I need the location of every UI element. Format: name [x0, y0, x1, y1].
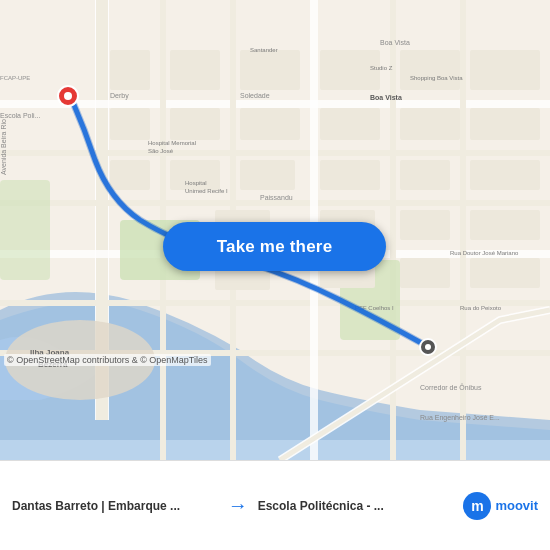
svg-text:Derby: Derby	[110, 92, 129, 100]
destination-section: Escola Politécnica - ...	[258, 499, 464, 513]
svg-rect-28	[400, 108, 460, 140]
svg-rect-30	[110, 160, 150, 190]
svg-rect-35	[470, 160, 540, 190]
map-attribution: © OpenStreetMap contributors & © OpenMap…	[4, 354, 211, 366]
svg-rect-32	[240, 160, 295, 190]
svg-rect-29	[470, 108, 540, 140]
svg-text:Corredor de Ônibus: Corredor de Ônibus	[420, 383, 482, 391]
moovit-label: moovit	[495, 498, 538, 513]
svg-rect-43	[470, 258, 540, 288]
svg-text:Escola Poli...: Escola Poli...	[0, 112, 41, 119]
svg-text:Hospital: Hospital	[185, 180, 207, 186]
moovit-logo: m moovit	[463, 492, 538, 520]
svg-rect-23	[470, 50, 540, 90]
svg-text:Rua do Peixoto: Rua do Peixoto	[460, 305, 502, 311]
svg-rect-18	[110, 50, 150, 90]
svg-rect-39	[470, 210, 540, 240]
svg-text:Rua Engenheiro José E...: Rua Engenheiro José E...	[420, 414, 500, 422]
cta-button-label: Take me there	[217, 237, 333, 257]
svg-text:São José: São José	[148, 148, 174, 154]
svg-rect-33	[320, 160, 380, 190]
svg-text:Paissandu: Paissandu	[260, 194, 293, 201]
svg-text:Boa Vista: Boa Vista	[380, 39, 410, 46]
svg-text:Boa Vista: Boa Vista	[370, 94, 402, 101]
svg-text:Hospital Memorial: Hospital Memorial	[148, 140, 196, 146]
svg-text:Studio Z: Studio Z	[370, 65, 393, 71]
svg-rect-22	[400, 50, 460, 90]
svg-rect-25	[170, 108, 220, 140]
svg-rect-42	[400, 258, 450, 288]
svg-text:Unimed Recife I: Unimed Recife I	[185, 188, 228, 194]
svg-rect-38	[400, 210, 450, 240]
origin-section: Dantas Barreto | Embarque ...	[12, 499, 218, 513]
svg-rect-4	[0, 100, 550, 108]
take-me-there-button[interactable]: Take me there	[163, 222, 386, 271]
svg-text:Rua Doutor José Mariano: Rua Doutor José Mariano	[450, 250, 519, 256]
svg-text:PSF Coelhos I: PSF Coelhos I	[355, 305, 394, 311]
svg-text:Avenida Beira Rio: Avenida Beira Rio	[0, 119, 7, 175]
moovit-icon: m	[463, 492, 491, 520]
svg-text:Soledade: Soledade	[240, 92, 270, 99]
svg-rect-34	[400, 160, 450, 190]
svg-rect-24	[110, 108, 150, 140]
svg-text:Shopping Boa Vista: Shopping Boa Vista	[410, 75, 463, 81]
bottom-bar: Dantas Barreto | Embarque ... → Escola P…	[0, 460, 550, 550]
svg-text:FCAP-UPE: FCAP-UPE	[0, 75, 30, 81]
svg-rect-19	[170, 50, 220, 90]
svg-rect-26	[240, 108, 300, 140]
svg-rect-17	[0, 180, 50, 280]
origin-label: Dantas Barreto | Embarque ...	[12, 499, 218, 513]
svg-rect-20	[240, 50, 300, 90]
svg-text:Santander: Santander	[250, 47, 278, 53]
svg-rect-14	[460, 0, 466, 460]
svg-rect-5	[0, 150, 550, 156]
svg-rect-27	[320, 108, 380, 140]
map-container: Derby Soledade Boa Vista Paissandu Coelh…	[0, 0, 550, 460]
route-arrow: →	[228, 494, 248, 517]
destination-label: Escola Politécnica - ...	[258, 499, 464, 513]
